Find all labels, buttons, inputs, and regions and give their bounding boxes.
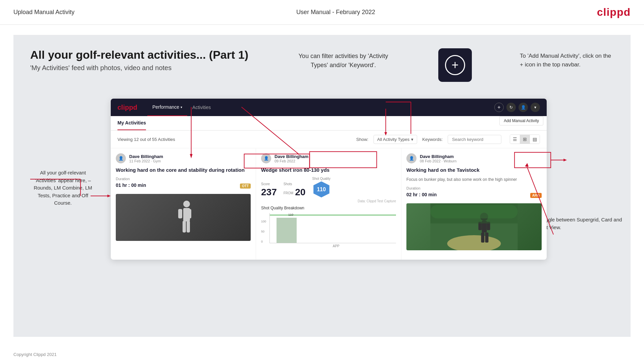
- add-manual-annotation: To 'Add Manual Activity', click on the +…: [520, 52, 614, 69]
- manual-title: User Manual - February 2022: [296, 9, 375, 16]
- svg-point-0: [183, 201, 190, 207]
- gym-figure-svg: [170, 197, 197, 238]
- refresh-icon[interactable]: ↻: [506, 103, 516, 112]
- left-annotation: All your golf-relevant 'Activities' appe…: [30, 169, 96, 207]
- data-source: Data: Clippd Test Capture: [261, 199, 396, 203]
- avatar-1: 👤: [116, 153, 126, 163]
- footer: Copyright Clippd 2021: [0, 347, 644, 362]
- svg-marker-17: [107, 195, 111, 197]
- filter-annotation: You can filter activities by 'Activity T…: [296, 52, 390, 70]
- user-avatar-icon[interactable]: 👤: [518, 103, 528, 112]
- chart-area: 110: [269, 213, 396, 243]
- shot-quality-section: Shot Quality Breakdown 100 50 0: [261, 206, 396, 255]
- chevron-icon[interactable]: ▾: [531, 103, 540, 112]
- stats-row: Score 237 Shots FROM 20 Shot Q: [261, 177, 396, 198]
- card-3-description: Focus on bunker play, but also some work…: [406, 177, 542, 183]
- viewing-count: Viewing 12 out of 55 Activities: [117, 137, 175, 142]
- score-stat: Score 237: [261, 182, 277, 198]
- add-activity-icon[interactable]: +: [494, 103, 504, 112]
- add-button-box[interactable]: +: [438, 48, 472, 82]
- card-2-user-info: Dave Billingham 09 Feb 2022: [275, 154, 308, 163]
- card-3-user: 👤 Dave Billingham 08 Feb 2022 · Woburn: [406, 153, 542, 163]
- chevron-down-icon: ▾: [181, 105, 182, 109]
- chart-value-label: 110: [288, 213, 293, 216]
- shot-quality-label: Shot Quality: [312, 177, 330, 180]
- nav-items: Performance ▾ Activities: [147, 99, 216, 116]
- card-1-title: Working hard on the core and stability d…: [116, 167, 251, 173]
- shots-value: 20: [295, 187, 305, 198]
- page-subtitle: 'My Activities' feed with photos, video …: [30, 64, 248, 72]
- card-1-duration-value: 01 hr : 00 min: [116, 183, 146, 188]
- app-navbar: clippd Performance ▾ Activities + ↻ 👤 ▾ …: [111, 99, 547, 116]
- card-1-user-info: Dave Billingham 11 Feb 2022 · Gym: [129, 154, 163, 163]
- card-2-date: 09 Feb 2022: [275, 159, 308, 163]
- top-bar: Upload Manual Activity User Manual - Feb…: [0, 0, 644, 25]
- app-tabs: My Activities: [111, 116, 547, 131]
- card-3-date: 08 Feb 2022 · Woburn: [420, 159, 456, 163]
- card-1-user: 👤 Dave Billingham 11 Feb 2022 · Gym: [116, 153, 251, 163]
- chart-y-50: 50: [261, 230, 266, 233]
- main-content: All your golf-relevant activities... (Pa…: [13, 35, 631, 337]
- svg-rect-5: [187, 221, 190, 232]
- card-2-user: 👤 Dave Billingham 09 Feb 2022: [261, 153, 396, 163]
- shots-label: Shots: [284, 182, 306, 186]
- chart-y-100: 100: [261, 220, 266, 223]
- nav-activities[interactable]: Activities: [187, 99, 216, 116]
- activity-types-select[interactable]: All Activity Types ▾: [374, 135, 417, 144]
- chart-x-label: APP: [276, 244, 396, 248]
- app-mockup: clippd Performance ▾ Activities + ↻ 👤 ▾ …: [111, 99, 547, 260]
- svg-rect-2: [178, 209, 182, 218]
- search-input[interactable]: [448, 135, 501, 144]
- copyright-text: Copyright Clippd 2021: [13, 352, 57, 357]
- shot-quality-badge: 110: [313, 182, 330, 198]
- keywords-label: Keywords:: [422, 137, 443, 142]
- chart-label: Shot Quality Breakdown: [261, 206, 396, 210]
- avatar-2: 👤: [261, 153, 271, 163]
- card-3-name: Dave Billingham: [420, 154, 456, 159]
- avatar-3: 👤: [406, 153, 416, 163]
- card-3-user-info: Dave Billingham 08 Feb 2022 · Woburn: [420, 154, 456, 163]
- svg-rect-15: [431, 205, 518, 218]
- cards-grid: 👤 Dave Billingham 11 Feb 2022 · Gym Work…: [111, 148, 547, 260]
- card-2-title: Wedge short iron 80-130 yds: [261, 167, 396, 173]
- list-view-button[interactable]: ☰: [510, 135, 520, 144]
- card-1-date: 11 Feb 2022 · Gym: [129, 159, 163, 163]
- card-3-tag: ARG: [530, 193, 542, 198]
- tab-my-activities[interactable]: My Activities: [117, 116, 146, 130]
- supergrid-view-button[interactable]: ▤: [530, 135, 540, 144]
- chart-bar: [277, 218, 297, 243]
- card-2-name: Dave Billingham: [275, 154, 308, 159]
- toggle-annotation: Toggle between Supergrid, Card and List …: [540, 216, 624, 231]
- gym-activity-image: [116, 194, 251, 241]
- svg-marker-34: [563, 159, 567, 161]
- shot-quality-stat: Shot Quality 110: [312, 177, 330, 198]
- shots-stat: Shots FROM 20: [284, 182, 306, 198]
- card-3-title: Working hard on the Tavistock: [406, 167, 542, 173]
- app-logo: clippd: [117, 104, 137, 111]
- chevron-down-icon: ▾: [411, 137, 413, 142]
- view-toggle: ☰ ⊞ ▤: [510, 135, 540, 144]
- score-label: Score: [261, 182, 277, 186]
- card-1-tag: OTT: [240, 184, 251, 189]
- golf-figure-svg: [406, 203, 542, 250]
- filter-bar: Viewing 12 out of 55 Activities Show: Al…: [111, 131, 547, 148]
- card-3-duration-value: 02 hr : 00 min: [406, 192, 437, 197]
- nav-performance[interactable]: Performance ▾: [147, 99, 187, 116]
- add-manual-tooltip: Add Manual Activity: [499, 116, 543, 125]
- svg-rect-4: [183, 221, 186, 232]
- clippd-logo: clippd: [597, 6, 631, 18]
- show-label: Show:: [356, 137, 368, 142]
- upload-manual-activity-text: Upload Manual Activity: [13, 9, 75, 16]
- golf-activity-image: [406, 203, 542, 250]
- activity-card-2: 👤 Dave Billingham 09 Feb 2022 Wedge shor…: [256, 148, 401, 260]
- svg-rect-13: [485, 232, 489, 243]
- add-plus-icon[interactable]: +: [445, 55, 465, 75]
- activity-card-1: 👤 Dave Billingham 11 Feb 2022 · Gym Work…: [111, 148, 256, 260]
- svg-rect-12: [481, 232, 485, 243]
- activity-card-3: 👤 Dave Billingham 08 Feb 2022 · Woburn W…: [401, 148, 547, 260]
- score-value: 237: [261, 187, 277, 198]
- grid-view-button[interactable]: ⊞: [520, 135, 530, 144]
- page-title: All your golf-relevant activities... (Pa…: [30, 48, 248, 61]
- navbar-right: + ↻ 👤 ▾: [494, 103, 540, 112]
- svg-rect-3: [187, 209, 191, 218]
